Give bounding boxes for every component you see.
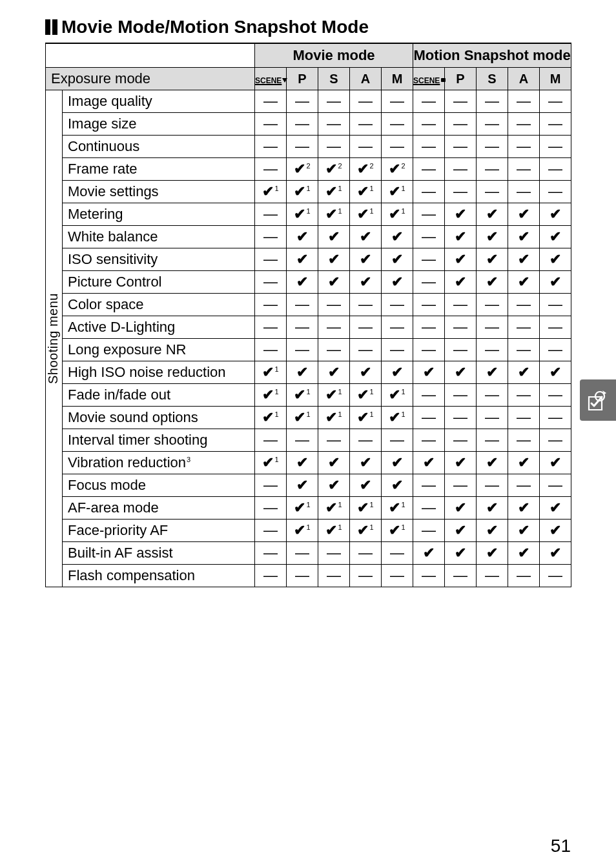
table-cell: —: [318, 565, 350, 587]
table-cell: —: [540, 565, 571, 587]
table-cell: ✔: [477, 452, 508, 474]
table-cell: —: [445, 474, 477, 497]
table-cell: ✔: [477, 497, 508, 520]
row-label: AF-area mode: [63, 497, 255, 520]
table-cell: —: [287, 113, 318, 136]
table-cell: ✔: [540, 520, 571, 542]
table-cell: —: [445, 429, 477, 452]
table-row: Vibration reduction3✔1✔✔✔✔✔✔✔✔✔: [46, 452, 571, 474]
row-label: Image quality: [63, 90, 255, 113]
table-cell: —: [508, 316, 540, 339]
table-cell: ✔: [445, 542, 477, 565]
table-cell: ✔2: [350, 158, 382, 181]
row-label: Interval timer shooting: [63, 429, 255, 452]
table-cell: —: [382, 429, 413, 452]
table-cell: ✔: [540, 452, 571, 474]
row-label: Active D-Lighting: [63, 316, 255, 339]
row-label: Flash compensation: [63, 565, 255, 587]
table-cell: —: [255, 339, 287, 361]
table-cell: —: [477, 384, 508, 407]
table-cell: —: [413, 294, 445, 316]
table-cell: ✔: [318, 271, 350, 294]
row-label: Focus mode: [63, 474, 255, 497]
table-cell: —: [255, 248, 287, 271]
table-cell: ✔1: [318, 384, 350, 407]
table-cell: —: [255, 271, 287, 294]
table-cell: ✔: [287, 248, 318, 271]
table-cell: ✔: [508, 542, 540, 565]
table-cell: —: [413, 407, 445, 429]
table-cell: ✔: [318, 452, 350, 474]
table-cell: ✔1: [287, 181, 318, 203]
table-cell: ✔: [445, 520, 477, 542]
table-row: Shooting menuImage quality——————————: [46, 90, 571, 113]
table-cell: —: [382, 294, 413, 316]
table-cell: ✔1: [382, 497, 413, 520]
table-cell: ✔: [477, 520, 508, 542]
table-cell: —: [540, 136, 571, 158]
table-cell: ✔: [540, 203, 571, 226]
row-label: Picture Control: [63, 271, 255, 294]
table-cell: —: [255, 226, 287, 248]
table-cell: ✔: [508, 497, 540, 520]
table-cell: ✔1: [287, 384, 318, 407]
table-cell: —: [477, 474, 508, 497]
table-row: Frame rate—✔2✔2✔2✔2—————: [46, 158, 571, 181]
table-cell: —: [508, 384, 540, 407]
table-cell: —: [255, 429, 287, 452]
table-row: White balance—✔✔✔✔—✔✔✔✔: [46, 226, 571, 248]
table-cell: ✔: [540, 271, 571, 294]
table-cell: —: [413, 429, 445, 452]
table-cell: ✔2: [287, 158, 318, 181]
table-row: Focus mode—✔✔✔✔—————: [46, 474, 571, 497]
row-label: Face-priority AF: [63, 520, 255, 542]
table-cell: ✔: [477, 361, 508, 384]
table-row: Movie sound options✔1✔1✔1✔1✔1—————: [46, 407, 571, 429]
table-cell: ✔: [287, 271, 318, 294]
group-header-movie: Movie mode: [255, 43, 413, 68]
table-cell: ✔: [287, 226, 318, 248]
table-cell: —: [350, 113, 382, 136]
table-cell: —: [350, 542, 382, 565]
table-cell: ✔: [540, 497, 571, 520]
row-label: ISO sensitivity: [63, 248, 255, 271]
table-cell: ✔: [445, 497, 477, 520]
table-cell: ✔1: [287, 497, 318, 520]
table-cell: ✔: [508, 248, 540, 271]
mode-s-movie: S: [318, 68, 350, 90]
table-cell: —: [445, 158, 477, 181]
table-cell: —: [318, 90, 350, 113]
table-cell: ✔: [445, 452, 477, 474]
table-cell: —: [508, 565, 540, 587]
heading-text: Movie Mode/Motion Snapshot Mode: [61, 17, 369, 37]
table-cell: —: [350, 90, 382, 113]
table-cell: —: [255, 203, 287, 226]
side-tab: [580, 379, 616, 421]
row-label: Long exposure NR: [63, 339, 255, 361]
table-cell: ✔: [413, 361, 445, 384]
table-cell: —: [413, 113, 445, 136]
table-cell: —: [318, 429, 350, 452]
table-cell: —: [445, 339, 477, 361]
group-header-snapshot: Motion Snapshot mode: [413, 43, 571, 68]
table-cell: ✔1: [350, 497, 382, 520]
table-cell: ✔: [445, 226, 477, 248]
table-cell: —: [540, 316, 571, 339]
table-cell: —: [255, 542, 287, 565]
table-cell: —: [382, 339, 413, 361]
table-cell: ✔1: [318, 181, 350, 203]
table-cell: ✔1: [255, 452, 287, 474]
table-cell: —: [540, 474, 571, 497]
table-cell: —: [477, 407, 508, 429]
mode-a-movie: A: [350, 68, 382, 90]
table-cell: —: [413, 271, 445, 294]
table-cell: ✔: [445, 271, 477, 294]
table-cell: ✔: [445, 203, 477, 226]
table-cell: —: [350, 565, 382, 587]
table-cell: —: [445, 136, 477, 158]
table-cell: —: [413, 226, 445, 248]
table-cell: —: [255, 316, 287, 339]
table-cell: ✔: [382, 361, 413, 384]
row-label: Continuous: [63, 136, 255, 158]
table-cell: —: [413, 158, 445, 181]
